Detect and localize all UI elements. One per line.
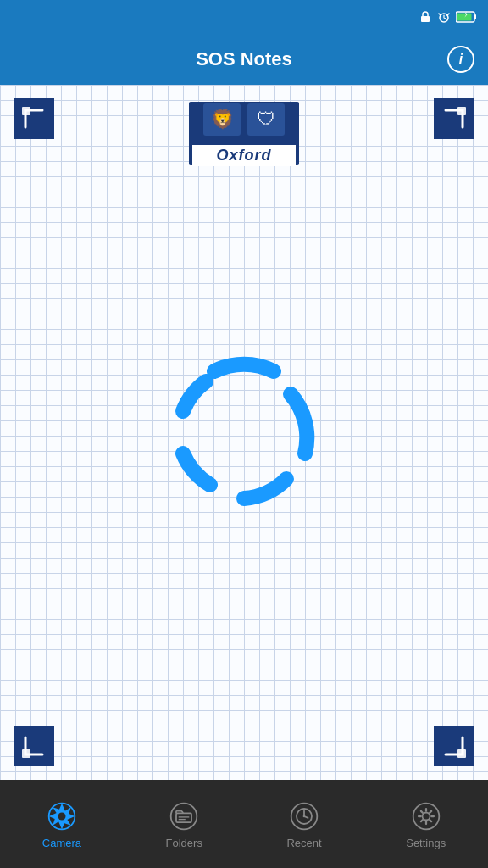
svg-rect-15 xyxy=(176,813,191,822)
svg-line-32 xyxy=(421,820,423,821)
recent-nav-label: Recent xyxy=(286,837,321,849)
corner-marker-top-left[interactable] xyxy=(14,98,54,139)
battery-icon xyxy=(456,11,478,23)
status-icons xyxy=(419,10,478,24)
oxford-animals: 🦁 🛡 xyxy=(202,102,286,142)
corner-marker-top-right[interactable] xyxy=(434,98,474,139)
corner-bl-icon xyxy=(20,732,47,760)
settings-nav-label: Settings xyxy=(406,837,446,849)
svg-rect-8 xyxy=(22,107,30,115)
svg-line-29 xyxy=(421,810,423,812)
status-bar xyxy=(0,0,488,34)
svg-rect-0 xyxy=(421,16,430,22)
svg-point-22 xyxy=(303,815,306,817)
nav-item-folders[interactable]: Folders xyxy=(152,793,216,856)
camera-nav-icon xyxy=(45,799,79,833)
camera-icon xyxy=(47,801,77,832)
corner-marker-bottom-right[interactable] xyxy=(434,726,474,766)
svg-point-13 xyxy=(58,812,65,820)
shutter-svg xyxy=(159,348,329,517)
corner-marker-bottom-left[interactable] xyxy=(14,726,54,766)
svg-rect-3 xyxy=(458,14,472,21)
oxford-emblem: 🦁 🛡 xyxy=(202,102,286,137)
folders-nav-label: Folders xyxy=(166,837,202,849)
corner-br-icon xyxy=(441,732,468,760)
recent-icon xyxy=(289,801,319,832)
lock-icon xyxy=(419,10,432,24)
app-header: SOS Notes i xyxy=(0,34,488,85)
nav-item-recent[interactable]: Recent xyxy=(273,793,335,856)
svg-rect-9 xyxy=(458,107,466,115)
camera-area[interactable]: 🦁 🛡 Oxford xyxy=(0,85,488,780)
svg-point-14 xyxy=(171,803,197,829)
camera-nav-label: Camera xyxy=(42,837,81,849)
folders-nav-icon xyxy=(167,799,201,833)
svg-text:🦁: 🦁 xyxy=(211,108,235,131)
svg-point-24 xyxy=(422,812,430,820)
camera-shutter[interactable] xyxy=(159,348,329,517)
svg-point-23 xyxy=(413,803,439,829)
recent-nav-icon xyxy=(287,799,321,833)
bottom-navigation: Camera Folders xyxy=(0,780,488,868)
nav-item-settings[interactable]: Settings xyxy=(392,793,459,856)
folders-icon xyxy=(169,801,199,832)
svg-rect-10 xyxy=(22,749,30,758)
svg-line-31 xyxy=(430,810,431,812)
svg-rect-11 xyxy=(458,749,466,758)
oxford-logo: 🦁 🛡 Oxford xyxy=(189,102,299,165)
corner-tl-icon xyxy=(20,105,47,132)
svg-text:🛡: 🛡 xyxy=(257,108,275,130)
settings-nav-icon xyxy=(409,799,443,833)
corner-tr-icon xyxy=(441,105,468,132)
info-button[interactable]: i xyxy=(447,46,474,73)
settings-icon xyxy=(411,801,441,832)
alarm-icon xyxy=(437,10,451,24)
oxford-text: Oxford xyxy=(192,145,296,166)
svg-line-30 xyxy=(430,820,431,821)
nav-item-camera[interactable]: Camera xyxy=(29,793,95,856)
page-title: SOS Notes xyxy=(196,48,292,70)
